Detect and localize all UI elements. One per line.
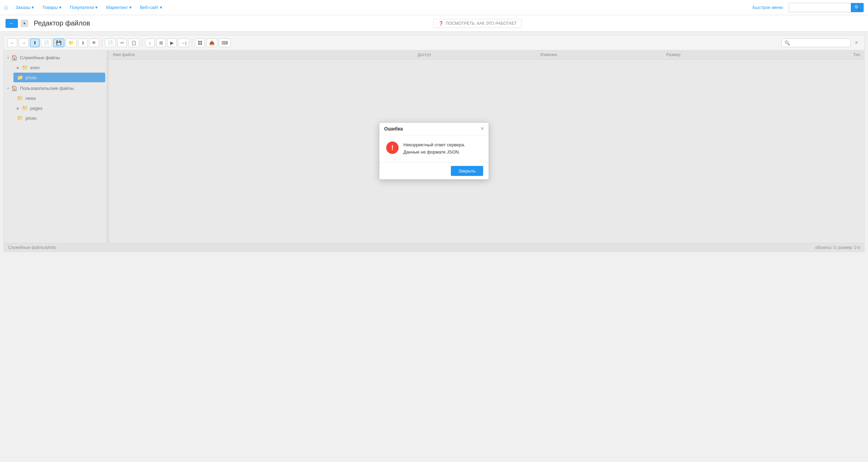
modal-close-ok-button[interactable]: Закрыть: [451, 166, 483, 176]
error-modal: Ошибка × ! Некорректный ответ сервера. Д…: [379, 122, 489, 180]
tb-forward[interactable]: →: [19, 39, 29, 47]
tb-sep-2: [142, 39, 142, 47]
nav-buyers[interactable]: Покупатели ▾: [66, 3, 101, 11]
tb-export[interactable]: 📤: [206, 39, 217, 47]
tb-clear-button[interactable]: ×: [852, 38, 861, 47]
home-icon[interactable]: ⌂: [4, 4, 8, 11]
modal-title: Ошибка: [384, 126, 403, 132]
nav-website[interactable]: Веб-сайт ▾: [137, 3, 166, 11]
tb-sort[interactable]: ↕: [145, 39, 155, 47]
tb-cut[interactable]: ✂: [117, 39, 127, 47]
modal-header: Ошибка ×: [379, 123, 489, 135]
tb-keyboard[interactable]: ⌨: [219, 39, 231, 47]
page-title: Редактор файлов: [34, 19, 90, 27]
tb-search-box[interactable]: [781, 39, 851, 47]
tb-info[interactable]: ℹ: [78, 39, 88, 47]
quick-menu-link[interactable]: Быстрое меню: [752, 5, 783, 10]
tb-back[interactable]: ←: [7, 39, 17, 47]
nav-goods[interactable]: Товары ▾: [39, 3, 65, 11]
file-manager: ← → ⬆ 📄 💾 📁 ℹ 👁 📄 ✂ 📋 ↕ ⊞ ▶ →| 🖼 📤 ⌨ ×: [3, 35, 865, 252]
top-search-button[interactable]: 🔍: [851, 3, 864, 12]
nav-marketing[interactable]: Маркетинг ▾: [102, 3, 135, 11]
fm-toolbar: ← → ⬆ 📄 💾 📁 ℹ 👁 📄 ✂ 📋 ↕ ⊞ ▶ →| 🖼 📤 ⌨ ×: [4, 35, 864, 50]
modal-body: ! Некорректный ответ сервера. Данные не …: [379, 135, 489, 162]
tb-preview[interactable]: 👁: [89, 39, 99, 47]
page-header: ← ▾ Редактор файлов ❓ ПОСМОТРЕТЬ, КАК ЭТ…: [0, 15, 868, 32]
modal-message: Некорректный ответ сервера. Данные не фо…: [403, 141, 465, 156]
how-it-works-link[interactable]: ❓ ПОСМОТРЕТЬ, КАК ЭТО РАБОТАЕТ: [433, 19, 522, 28]
tb-sep-1: [102, 39, 102, 47]
error-icon: !: [386, 141, 399, 154]
tb-grid[interactable]: ⊞: [156, 39, 166, 47]
tb-save[interactable]: 💾: [53, 39, 64, 47]
back-button[interactable]: ←: [6, 19, 18, 28]
modal-close-button[interactable]: ×: [481, 126, 484, 132]
dropdown-button[interactable]: ▾: [21, 20, 28, 27]
modal-footer: Закрыть: [379, 162, 489, 179]
top-navigation: ⌂ Заказы ▾ Товары ▾ Покупатели ▾ Маркети…: [0, 0, 868, 15]
tb-sep-3: [192, 39, 192, 47]
tb-next[interactable]: →|: [178, 39, 189, 47]
nav-orders[interactable]: Заказы ▾: [12, 3, 37, 11]
tb-play[interactable]: ▶: [167, 39, 177, 47]
tb-paste[interactable]: 📋: [128, 39, 139, 47]
top-search[interactable]: 🔍: [789, 3, 864, 12]
tb-new-file[interactable]: 📄: [41, 39, 52, 47]
tb-image[interactable]: 🖼: [195, 39, 205, 47]
tb-upload[interactable]: ⬆: [30, 39, 40, 47]
tb-new-folder[interactable]: 📁: [66, 39, 77, 47]
top-search-input[interactable]: [789, 3, 851, 11]
tb-search-input[interactable]: [782, 39, 850, 47]
question-icon: ❓: [438, 21, 444, 26]
tb-copy-file[interactable]: 📄: [105, 39, 116, 47]
modal-overlay: Ошибка × ! Некорректный ответ сервера. Д…: [4, 50, 864, 252]
